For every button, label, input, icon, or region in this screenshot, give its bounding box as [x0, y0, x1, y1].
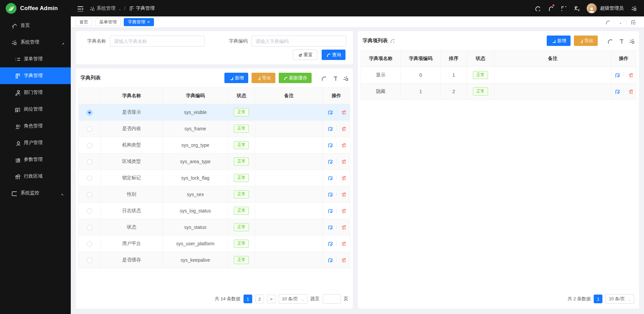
delete-icon[interactable] — [340, 142, 346, 147]
delete-icon[interactable] — [628, 72, 633, 77]
tab-dict-mgmt[interactable]: 字典管理 — [124, 18, 154, 26]
density-icon[interactable] — [332, 75, 337, 81]
fullscreen-icon[interactable] — [560, 5, 566, 11]
row-radio[interactable] — [87, 241, 92, 247]
row-radio[interactable] — [87, 143, 92, 148]
dict-name-cell: 日志状态 — [100, 203, 163, 219]
settings-gear-icon[interactable] — [631, 5, 637, 11]
tab-menu-mgmt[interactable]: 菜单管理 — [95, 18, 121, 26]
sidebar-item-dict-mgmt[interactable]: 字典管理 — [0, 67, 71, 84]
table-refresh-icon[interactable] — [607, 38, 612, 44]
dict-table-row[interactable]: 用户平台sys_user_platform正常 — [79, 236, 350, 252]
edit-icon[interactable] — [327, 208, 333, 213]
sidebar-group-monitor[interactable]: 系统监控 — [0, 185, 71, 201]
item-add-button[interactable]: 新增 — [547, 36, 571, 46]
column-settings-gear-icon[interactable] — [629, 38, 634, 44]
tab-refresh-icon[interactable] — [601, 19, 614, 25]
dict-table-row[interactable]: 性别sys_sex正常 — [79, 186, 350, 203]
page-button-1[interactable]: 1 — [594, 295, 602, 303]
dict-table-row[interactable]: 日志状态sys_log_status正常 — [79, 203, 350, 219]
add-button[interactable]: 新增 — [224, 73, 248, 83]
sidebar-item-region[interactable]: 行政区域 — [0, 168, 71, 185]
delete-icon[interactable] — [340, 159, 346, 164]
row-radio[interactable] — [87, 176, 92, 181]
tab-close-icon[interactable] — [147, 19, 150, 24]
edit-icon[interactable] — [327, 224, 333, 230]
breadcrumb-item[interactable]: 系统管理 — [97, 5, 115, 11]
refresh-cache-button[interactable]: 刷新缓存 — [279, 73, 312, 83]
sidebar-group-system[interactable]: 系统管理 — [0, 34, 71, 51]
dict-table-row[interactable]: 区域类型sys_area_type正常 — [79, 153, 350, 170]
row-radio[interactable] — [87, 110, 92, 115]
delete-icon[interactable] — [340, 208, 346, 213]
row-radio[interactable] — [87, 258, 92, 263]
delete-icon[interactable] — [340, 126, 346, 131]
status-cell: 正常 — [228, 170, 255, 186]
row-radio[interactable] — [87, 159, 92, 165]
dict-table-row[interactable]: 是否显示sys_visible正常 — [79, 104, 350, 121]
dict-code-input[interactable] — [252, 36, 346, 47]
page-size-select[interactable]: 10 条/页 — [279, 294, 308, 304]
query-button[interactable]: 查询 — [322, 50, 345, 60]
column-settings-gear-icon[interactable] — [343, 75, 348, 81]
search-icon[interactable] — [534, 5, 540, 11]
edit-icon[interactable] — [614, 72, 620, 77]
tab-chevron-down-icon[interactable] — [614, 19, 626, 25]
edit-icon[interactable] — [327, 191, 333, 197]
delete-icon[interactable] — [340, 191, 346, 197]
row-radio[interactable] — [87, 208, 92, 214]
sidebar-item-param-mgmt[interactable]: 参数管理 — [0, 151, 71, 168]
dict-table-row[interactable]: 锁定标记sys_lock_flag正常 — [79, 170, 350, 186]
dict-table-row[interactable]: 是否内嵌sys_frame正常 — [79, 121, 350, 137]
table-refresh-icon[interactable] — [321, 75, 326, 81]
sidebar-item-role-mgmt[interactable]: 角色管理 — [0, 118, 71, 134]
jump-page-input[interactable] — [323, 294, 341, 304]
sidebar-item-home[interactable]: 首页 — [0, 17, 71, 34]
next-page-button[interactable]: > — [267, 295, 276, 303]
row-radio[interactable] — [87, 192, 92, 197]
item-table-row[interactable]: 显示01正常 — [361, 67, 636, 83]
delete-icon[interactable] — [340, 109, 346, 115]
info-icon[interactable] — [390, 38, 395, 43]
sidebar-item-post-mgmt[interactable]: 岗位管理 — [0, 101, 71, 118]
page-button-1[interactable]: 1 — [244, 295, 252, 303]
tab-layout-icon[interactable] — [626, 19, 639, 25]
edit-icon[interactable] — [614, 88, 620, 94]
delete-icon[interactable] — [340, 241, 346, 246]
tab-label: 菜单管理 — [99, 19, 117, 25]
delete-icon[interactable] — [340, 224, 346, 230]
bell-icon[interactable] — [547, 5, 553, 11]
edit-icon[interactable] — [327, 159, 333, 164]
sidebar-item-user-mgmt[interactable]: 用户管理 — [0, 134, 71, 151]
delete-icon[interactable] — [340, 257, 346, 262]
density-icon[interactable] — [618, 38, 623, 44]
avatar[interactable] — [587, 3, 597, 13]
edit-icon[interactable] — [327, 257, 333, 262]
delete-icon[interactable] — [340, 175, 346, 180]
export-button[interactable]: 导出 — [252, 73, 275, 83]
edit-icon[interactable] — [327, 126, 333, 131]
menu-fold-icon[interactable] — [77, 5, 83, 11]
item-export-button[interactable]: 导出 — [574, 36, 598, 46]
tab-home[interactable]: 首页 — [75, 18, 92, 26]
dict-table-row[interactable]: 机构类型sys_org_type正常 — [79, 137, 350, 153]
sidebar-item-dept-mgmt[interactable]: 部门管理 — [0, 84, 71, 101]
edit-icon[interactable] — [327, 142, 333, 147]
page-button-2[interactable]: 2 — [255, 295, 264, 303]
dict-table-row[interactable]: 状态sys_status正常 — [79, 219, 350, 236]
sidebar-item-menu-mgmt[interactable]: 菜单管理 — [0, 51, 71, 67]
edit-icon[interactable] — [327, 109, 333, 115]
reset-button[interactable]: 重置 — [293, 50, 317, 60]
row-radio[interactable] — [87, 225, 92, 230]
translate-icon[interactable] — [574, 5, 579, 11]
page-size-select[interactable]: 10 条/页 — [605, 294, 634, 304]
edit-icon[interactable] — [327, 241, 333, 246]
download-icon — [578, 39, 583, 43]
row-radio[interactable] — [87, 126, 92, 132]
dict-table-row[interactable]: 是否缓存sys_keepalive正常 — [79, 252, 350, 268]
dict-name-input[interactable] — [110, 36, 205, 47]
username[interactable]: 超级管理员 — [600, 5, 624, 11]
edit-icon[interactable] — [327, 175, 333, 180]
delete-icon[interactable] — [628, 88, 633, 94]
item-table-row[interactable]: 隐藏12正常 — [361, 83, 636, 100]
